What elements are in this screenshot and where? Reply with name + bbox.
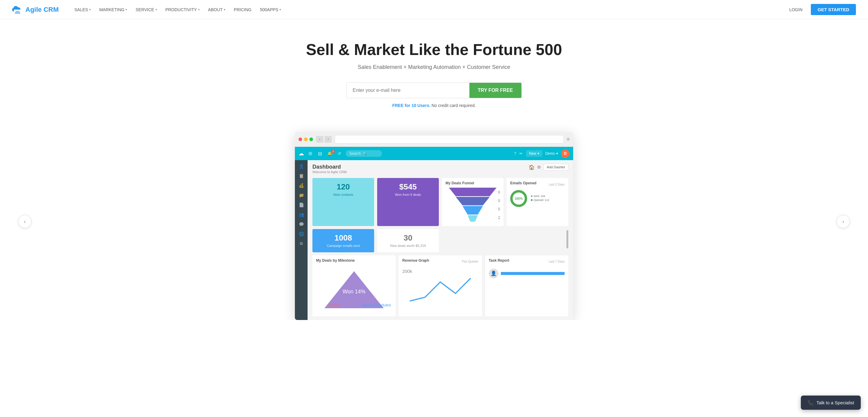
- minimize-dot[interactable]: [304, 138, 308, 141]
- milestone-title: My Deals by Milestone: [316, 258, 355, 263]
- logo[interactable]: Agile CRM: [12, 5, 59, 14]
- emails-widget: Emails Opened Last 2 Days 100% Sent: 104…: [506, 178, 568, 226]
- crm-body: 👤 📋 💰 📁 📄 👥 💬 🌐 ⚙ Dashboard Welcome to A…: [295, 160, 573, 320]
- get-started-button[interactable]: GET STARTED: [811, 4, 856, 15]
- nav-item-500apps[interactable]: 500APPS ▾: [256, 5, 285, 14]
- chevron-down-icon: ▾: [556, 151, 558, 155]
- new-deals-label: New deals worth $5,318: [390, 244, 426, 247]
- widget-new-deals: 30 New deals worth $5,318: [377, 229, 439, 252]
- search-icon: 🔍: [363, 152, 367, 155]
- chevron-down-icon: ▾: [125, 8, 127, 11]
- page-title: Dashboard: [312, 164, 347, 170]
- carousel-left-arrow[interactable]: ‹: [18, 215, 31, 228]
- nav-item-sales[interactable]: SALES ▾: [71, 5, 94, 14]
- hero-title: Sell & Market Like the Fortune 500: [6, 40, 862, 59]
- svg-marker-2: [462, 206, 483, 214]
- maximize-dot[interactable]: [309, 138, 313, 141]
- crm-cloud-icon[interactable]: ☁: [299, 150, 304, 157]
- revenue-period: This Quarter: [462, 260, 478, 263]
- nav-item-about[interactable]: ABOUT ▾: [205, 5, 229, 14]
- nav-item-productivity[interactable]: PRODUCTIVITY ▾: [162, 5, 203, 14]
- forward-button[interactable]: ›: [324, 136, 332, 143]
- dashboard-widgets-bottom: My Deals by Milestone Won 14% Lost 0% De…: [312, 255, 568, 317]
- widget-won-deals: $545 Won from 9 deals: [377, 178, 439, 226]
- add-dashlet-button[interactable]: Add Dashlet: [544, 164, 568, 170]
- widget-campaign-emails: 1008 Campaign emails sent: [312, 229, 374, 252]
- svg-text:Lost 0%: Lost 0%: [328, 303, 341, 307]
- new-contacts-label: New contacts: [333, 193, 353, 197]
- browser-window: ‹ › ≡ ☁ ⊞ ▤ 🔔 7 ↺ Search 🔍 ? ✏ New: [295, 132, 573, 320]
- browser-menu-icon[interactable]: ≡: [567, 137, 569, 142]
- donut-chart: 100%: [510, 190, 527, 207]
- address-bar[interactable]: [335, 135, 564, 143]
- avatar: D: [561, 149, 569, 158]
- crm-search-text: Search: [349, 151, 361, 155]
- campaign-emails-value: 1008: [317, 233, 369, 243]
- nav-links: SALES ▾ MARKETING ▾ SERVICE ▾ PRODUCTIVI…: [71, 5, 786, 14]
- donut-legend: Sent: 104 Opened: 112: [531, 195, 549, 203]
- svg-marker-3: [468, 215, 478, 221]
- crm-header: ☁ ⊞ ▤ 🔔 7 ↺ Search 🔍 ? ✏ New ▾ Demo ▾: [295, 147, 573, 160]
- sidebar-icon-settings[interactable]: ⚙: [300, 241, 303, 246]
- crm-help-icon[interactable]: ?: [514, 151, 516, 156]
- page-actions: 🏠 ⚙ Add Dashlet: [529, 164, 568, 170]
- crm-search-bar[interactable]: Search 🔍: [346, 150, 382, 157]
- donut-container: 100% Sent: 104 Opened: 112: [510, 190, 565, 207]
- hero-subtitle: Sales Enablement + Marketing Automation …: [6, 64, 862, 70]
- svg-marker-0: [449, 188, 497, 196]
- dashboard-widgets-row2: 1008 Campaign emails sent 30 New deals w…: [312, 229, 568, 252]
- chevron-down-icon: ▾: [279, 8, 281, 11]
- won-deals-value: $545: [382, 182, 434, 192]
- back-button[interactable]: ‹: [316, 136, 323, 143]
- nav-item-service[interactable]: SERVICE ▾: [132, 5, 160, 14]
- free-note: FREE for 10 Users. No credit card requir…: [6, 103, 862, 108]
- sidebar-icon-deals[interactable]: 📋: [299, 173, 304, 178]
- revenue-chart: 200k: [402, 267, 478, 305]
- try-free-button[interactable]: TRY FOR FREE: [469, 83, 521, 98]
- crm-history-icon[interactable]: ↺: [336, 150, 343, 157]
- chevron-down-icon: ▾: [198, 8, 199, 11]
- crm-sidebar: 👤 📋 💰 📁 📄 👥 💬 🌐 ⚙: [295, 160, 308, 320]
- crm-notification-icon[interactable]: 🔔 7: [326, 151, 333, 156]
- sidebar-icon-globe[interactable]: 🌐: [299, 232, 304, 236]
- sidebar-icon-documents[interactable]: 📄: [299, 203, 304, 207]
- funnel-title: My Deals Funnel: [445, 181, 500, 185]
- carousel-right-arrow[interactable]: ›: [837, 215, 850, 228]
- crm-new-button[interactable]: New ▾: [526, 150, 542, 157]
- nav-item-pricing[interactable]: PRICING: [230, 5, 255, 14]
- svg-text:($1,200): ($1,200): [498, 209, 500, 211]
- settings-icon[interactable]: ⚙: [537, 165, 541, 170]
- close-dot[interactable]: [299, 138, 302, 141]
- sidebar-icon-finance[interactable]: 💰: [299, 183, 304, 188]
- emails-period: Last 2 Days: [549, 183, 565, 186]
- login-button[interactable]: LOGIN: [786, 5, 806, 14]
- chevron-down-icon: ▾: [224, 8, 225, 11]
- funnel-widget: My Deals Funnel New ($600) Demo Schedule…: [442, 178, 503, 226]
- crm-edit-icon[interactable]: ✏: [519, 151, 523, 156]
- hero-section: Sell & Market Like the Fortune 500 Sales…: [0, 19, 868, 123]
- email-input[interactable]: [347, 83, 469, 98]
- browser-dots: [299, 138, 313, 141]
- home-icon[interactable]: 🏠: [529, 164, 535, 170]
- sidebar-icon-contacts[interactable]: 👤: [299, 164, 304, 169]
- won-deals-label: Won from 9 deals: [395, 193, 421, 197]
- revenue-title: Revenue Graph: [402, 258, 429, 263]
- logo-text: Agile CRM: [25, 6, 59, 13]
- sidebar-icon-calendar[interactable]: 📁: [299, 193, 304, 198]
- browser-nav-btns: ‹ ›: [316, 136, 332, 143]
- milestone-chart: Won 14% Lost 0% Demo Scheduled 0%: [316, 267, 392, 312]
- crm-table-icon[interactable]: ▤: [317, 150, 323, 157]
- emails-widget-header: Emails Opened Last 2 Days: [510, 181, 565, 188]
- svg-text:($0): ($0): [498, 200, 500, 202]
- free-note-link[interactable]: FREE for 10 Users.: [392, 103, 430, 108]
- logo-cloud-icon: [12, 5, 23, 14]
- funnel-chart: New ($600) Demo Scheduled ($0) Demo Comp…: [445, 188, 500, 222]
- crm-demo-button[interactable]: Demo ▾: [545, 151, 558, 155]
- crm-grid-icon[interactable]: ⊞: [307, 150, 314, 157]
- svg-text:200k: 200k: [402, 269, 412, 274]
- nav-item-marketing[interactable]: MARKETING ▾: [96, 5, 131, 14]
- new-deals-value: 30: [382, 233, 434, 243]
- sidebar-icon-reports[interactable]: 👥: [299, 212, 304, 217]
- widget-revenue: Revenue Graph This Quarter 200k: [399, 255, 482, 317]
- sidebar-icon-chat[interactable]: 💬: [299, 222, 304, 227]
